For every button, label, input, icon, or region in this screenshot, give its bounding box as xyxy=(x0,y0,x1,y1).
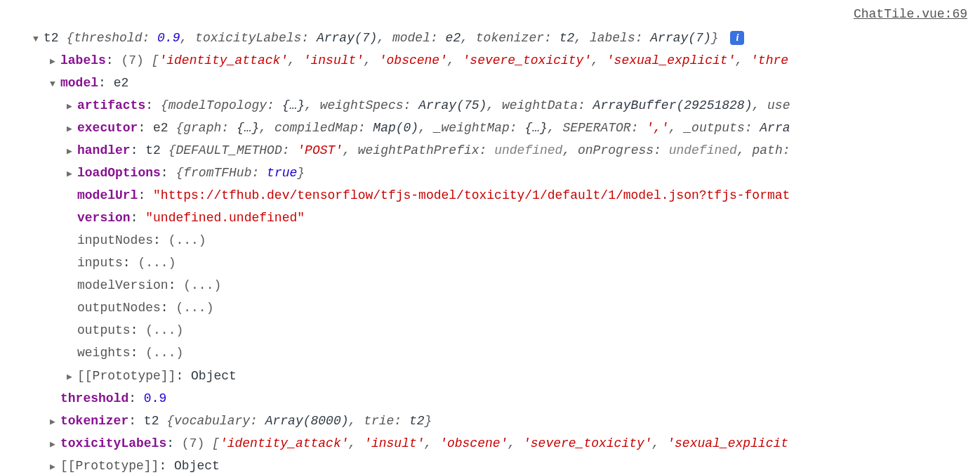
prop-inputNodes[interactable]: inputNodes: (...) xyxy=(0,229,980,252)
prop-loadOptions[interactable]: loadOptions: {fromTFHub: true} xyxy=(0,162,980,184)
prop-executor[interactable]: executor: e2 {graph: {…}, compiledMap: M… xyxy=(0,117,980,139)
chevron-right-icon[interactable] xyxy=(48,436,58,453)
prop-root-prototype[interactable]: [[Prototype]]: Object xyxy=(0,455,980,475)
chevron-right-icon[interactable] xyxy=(65,121,74,137)
prop-artifacts[interactable]: artifacts: {modelTopology: {…}, weightSp… xyxy=(0,94,980,117)
chevron-right-icon[interactable] xyxy=(65,98,74,115)
prop-threshold[interactable]: threshold: 0.9 xyxy=(0,387,980,410)
prop-modelVersion[interactable]: modelVersion: (...) xyxy=(0,274,980,297)
prop-model-prototype[interactable]: [[Prototype]]: Object xyxy=(0,365,980,387)
prop-version[interactable]: version: "undefined.undefined" xyxy=(0,207,980,229)
prop-outputNodes[interactable]: outputNodes: (...) xyxy=(0,297,980,319)
prop-handler[interactable]: handler: t2 {DEFAULT_METHOD: 'POST', wei… xyxy=(0,139,980,162)
info-icon[interactable]: i xyxy=(730,31,744,45)
prop-modelUrl[interactable]: modelUrl: "https://tfhub.dev/tensorflow/… xyxy=(0,184,980,207)
chevron-right-icon[interactable] xyxy=(48,414,58,430)
class-name: t2 xyxy=(44,31,59,45)
prop-model[interactable]: model: e2 xyxy=(0,72,980,94)
chevron-right-icon[interactable] xyxy=(65,143,74,160)
prop-outputs[interactable]: outputs: (...) xyxy=(0,319,980,341)
chevron-right-icon[interactable] xyxy=(65,166,74,182)
chevron-right-icon[interactable] xyxy=(65,369,74,385)
prop-labels[interactable]: labels: (7) ['identity_attack', 'insult'… xyxy=(0,49,980,72)
object-summary: {threshold: 0.9, toxicityLabels: Array(7… xyxy=(66,31,726,45)
prop-toxicityLabels[interactable]: toxicityLabels: (7) ['identity_attack', … xyxy=(0,432,980,455)
prop-tokenizer[interactable]: tokenizer: t2 {vocabulary: Array(8000), … xyxy=(0,410,980,432)
source-link[interactable]: ChatTile.vue:69 xyxy=(0,3,980,25)
chevron-right-icon[interactable] xyxy=(48,53,58,70)
prop-weights[interactable]: weights: (...) xyxy=(0,341,980,364)
object-root[interactable]: t2 {threshold: 0.9, toxicityLabels: Arra… xyxy=(0,27,980,49)
chevron-down-icon[interactable] xyxy=(31,31,41,47)
chevron-down-icon[interactable] xyxy=(48,76,58,92)
prop-inputs[interactable]: inputs: (...) xyxy=(0,252,980,274)
chevron-right-icon[interactable] xyxy=(48,459,58,475)
